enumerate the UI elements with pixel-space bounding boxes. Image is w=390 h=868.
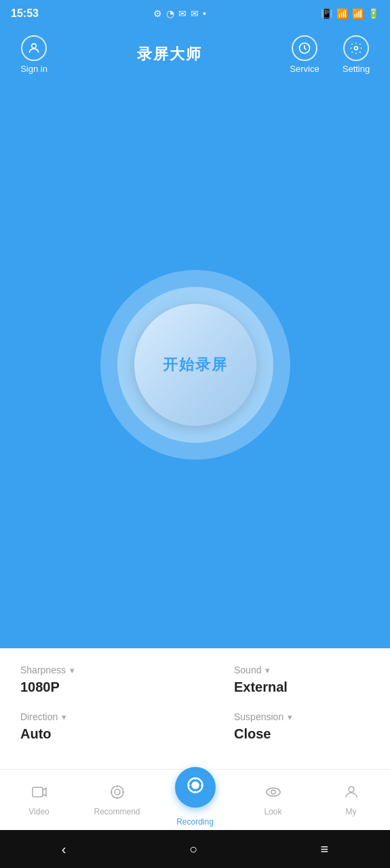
direction-label: Direction bbox=[20, 711, 58, 722]
sign-in-button[interactable]: Sign in bbox=[14, 35, 54, 74]
nav-video[interactable]: Video bbox=[0, 784, 78, 816]
direction-value: Auto bbox=[20, 726, 156, 742]
video-nav-label: Video bbox=[28, 807, 49, 816]
email-status-icon: ✉ bbox=[178, 8, 187, 19]
svg-point-11 bbox=[192, 782, 198, 788]
settings-status-icon: ⚙ bbox=[153, 8, 162, 19]
svg-point-0 bbox=[32, 43, 37, 48]
sharpness-chevron-icon: ▾ bbox=[70, 665, 75, 675]
system-nav: ‹ ○ ≡ bbox=[0, 830, 390, 868]
settings-panel: Sharpness ▾ 1080P Sound ▾ External Direc… bbox=[0, 648, 390, 769]
my-nav-icon bbox=[343, 784, 359, 804]
sign-in-icon bbox=[21, 35, 47, 61]
back-button[interactable]: ‹ bbox=[48, 836, 80, 863]
svg-point-14 bbox=[349, 787, 354, 792]
record-button[interactable]: 开始录屏 bbox=[134, 304, 256, 426]
suspension-setting[interactable]: Suspension ▾ Close bbox=[234, 711, 370, 742]
sound-chevron-icon: ▾ bbox=[265, 665, 270, 675]
video-nav-icon bbox=[31, 784, 47, 804]
suspension-chevron-icon: ▾ bbox=[288, 712, 292, 722]
direction-chevron-icon: ▾ bbox=[62, 712, 66, 722]
record-button-text: 开始录屏 bbox=[163, 355, 228, 375]
sound-label: Sound bbox=[234, 665, 261, 675]
sign-in-label: Sign in bbox=[20, 64, 47, 74]
setting-icon bbox=[343, 35, 369, 61]
service-button[interactable]: Service bbox=[284, 35, 325, 74]
main-area: 开始录屏 bbox=[0, 81, 390, 648]
record-middle-ring: 开始录屏 bbox=[117, 287, 273, 443]
bottom-nav: Video Recommend Recording bbox=[0, 769, 390, 830]
header-right: Service Setting bbox=[284, 35, 376, 74]
recommend-nav-label: Recommend bbox=[94, 807, 140, 816]
nav-look[interactable]: Look bbox=[234, 784, 312, 816]
look-nav-icon bbox=[265, 784, 281, 804]
setting-button[interactable]: Setting bbox=[336, 35, 376, 74]
status-icons: ⚙ ◔ ✉ ✉ • bbox=[153, 8, 206, 19]
svg-point-4 bbox=[111, 786, 123, 798]
recording-nav-label: Recording bbox=[176, 817, 214, 827]
suspension-label: Suspension bbox=[234, 711, 284, 722]
sharpness-label: Sharpness bbox=[20, 665, 66, 675]
service-icon bbox=[292, 35, 317, 61]
wifi-icon: 📶 bbox=[336, 8, 348, 19]
my-nav-label: My bbox=[346, 807, 357, 816]
svg-rect-3 bbox=[33, 787, 43, 797]
suspension-label-row: Suspension ▾ bbox=[234, 711, 370, 722]
record-outer-ring: 开始录屏 bbox=[100, 270, 290, 460]
sound-label-row: Sound ▾ bbox=[234, 665, 370, 675]
sharpness-setting[interactable]: Sharpness ▾ 1080P bbox=[20, 665, 156, 695]
menu-button[interactable]: ≡ bbox=[307, 836, 343, 863]
service-label: Service bbox=[290, 64, 319, 74]
status-time: 15:53 bbox=[11, 7, 39, 20]
sound-setting[interactable]: Sound ▾ External bbox=[234, 665, 370, 695]
sound-value: External bbox=[234, 679, 370, 695]
svg-point-5 bbox=[115, 789, 120, 795]
nav-recommend[interactable]: Recommend bbox=[78, 784, 156, 816]
setting-label: Setting bbox=[343, 64, 370, 74]
header: Sign in 录屏大师 Service Setting bbox=[0, 27, 390, 81]
home-button[interactable]: ○ bbox=[176, 836, 211, 863]
nav-recording[interactable]: Recording bbox=[156, 774, 234, 827]
settings-row-2: Direction ▾ Auto Suspension ▾ Close bbox=[20, 711, 370, 742]
svg-point-12 bbox=[267, 788, 280, 796]
suspension-value: Close bbox=[234, 726, 370, 742]
sharpness-label-row: Sharpness ▾ bbox=[20, 665, 156, 675]
recording-center-button[interactable] bbox=[175, 767, 216, 808]
dot-status-icon: • bbox=[203, 8, 206, 19]
sharpness-value: 1080P bbox=[20, 679, 156, 695]
settings-row-1: Sharpness ▾ 1080P Sound ▾ External bbox=[20, 665, 370, 695]
status-bar: 15:53 ⚙ ◔ ✉ ✉ • 📳 📶 📶 🔋 bbox=[0, 0, 390, 27]
status-right: 📳 📶 📶 🔋 bbox=[321, 8, 379, 19]
signal-icon: 📶 bbox=[352, 8, 364, 19]
vibrate-icon: 📳 bbox=[321, 8, 332, 19]
recommend-nav-icon bbox=[109, 784, 125, 804]
battery-icon: 🔋 bbox=[368, 8, 379, 19]
recording-center-icon bbox=[186, 776, 205, 799]
look-nav-label: Look bbox=[264, 807, 281, 816]
direction-setting[interactable]: Direction ▾ Auto bbox=[20, 711, 156, 742]
app-title: 录屏大师 bbox=[137, 44, 202, 64]
nav-my[interactable]: My bbox=[312, 784, 390, 816]
clock-status-icon: ◔ bbox=[166, 8, 174, 19]
direction-label-row: Direction ▾ bbox=[20, 711, 156, 722]
svg-point-13 bbox=[271, 790, 275, 794]
svg-point-2 bbox=[355, 46, 358, 50]
mail-status-icon: ✉ bbox=[191, 8, 199, 19]
